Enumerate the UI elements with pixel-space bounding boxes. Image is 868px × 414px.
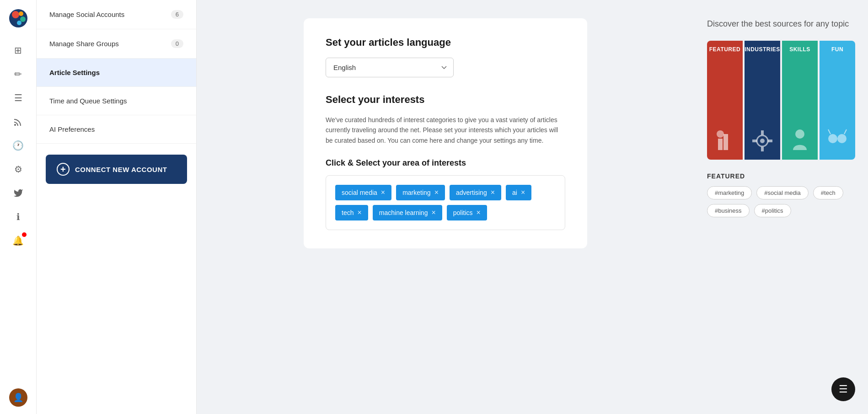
fab-menu-button[interactable]: ☰	[831, 377, 855, 401]
info-icon[interactable]: ℹ	[8, 207, 28, 227]
category-cards: FEATURED INDUSTRIES	[707, 41, 855, 160]
tag-close-icon[interactable]: ×	[477, 209, 481, 217]
avatar[interactable]: 👤	[9, 388, 27, 407]
tag-close-icon[interactable]: ×	[434, 188, 439, 197]
svg-rect-7	[723, 134, 728, 150]
tag-close-icon[interactable]: ×	[491, 188, 495, 197]
hashtag-business[interactable]: #business	[707, 204, 750, 217]
category-card-featured[interactable]: FEATURED	[707, 41, 743, 160]
nav-item-ai-preferences[interactable]: AI Preferences	[37, 115, 196, 144]
svg-point-4	[17, 21, 21, 25]
connect-new-account-button[interactable]: + CONNECT NEW ACCOUNT	[46, 155, 187, 184]
discover-title: Discover the best sources for any topic	[707, 18, 855, 30]
article-settings-card: Set your articles language English Frenc…	[304, 18, 587, 248]
fab-icon: ☰	[839, 383, 848, 395]
hashtags-grid: #marketing #social media #tech #business…	[707, 186, 855, 217]
svg-point-16	[828, 134, 837, 143]
nav-item-manage-share-groups[interactable]: Manage Share Groups 0	[37, 29, 196, 59]
category-label-fun: FUN	[820, 46, 855, 53]
main-content: Set your articles language English Frenc…	[197, 0, 694, 414]
language-section-title: Set your articles language	[326, 37, 565, 48]
svg-rect-6	[718, 139, 723, 150]
category-label-featured: FEATURED	[707, 46, 743, 53]
fun-card-icon	[820, 125, 855, 152]
svg-rect-13	[752, 140, 757, 142]
tag-close-icon[interactable]: ×	[381, 188, 385, 197]
plus-circle-icon: +	[57, 163, 70, 176]
click-select-label: Click & Select your area of interests	[326, 158, 565, 168]
industries-card-icon	[745, 125, 780, 152]
notifications-icon[interactable]: 🔔	[8, 231, 28, 251]
tag-close-icon[interactable]: ×	[431, 209, 435, 217]
tag-tech[interactable]: tech ×	[335, 205, 368, 220]
hashtag-tech[interactable]: #tech	[813, 186, 843, 199]
svg-rect-14	[768, 140, 772, 142]
app-logo[interactable]	[7, 7, 29, 29]
language-select[interactable]: English French Spanish German	[326, 58, 454, 77]
category-card-fun[interactable]: FUN	[820, 41, 855, 160]
tag-ai[interactable]: ai ×	[506, 185, 531, 200]
nav-item-manage-social-accounts[interactable]: Manage Social Accounts 6	[37, 0, 196, 29]
svg-point-1	[12, 11, 19, 18]
featured-card-icon	[707, 125, 743, 152]
nav-item-article-settings[interactable]: Article Settings	[37, 59, 196, 87]
rss-icon[interactable]	[8, 112, 28, 132]
svg-point-8	[717, 130, 724, 138]
hashtag-marketing[interactable]: #marketing	[707, 186, 752, 199]
settings-icon[interactable]: ⚙	[8, 159, 28, 179]
tag-machine-learning[interactable]: machine learning ×	[373, 205, 442, 220]
hashtag-social-media[interactable]: #social media	[756, 186, 809, 199]
compose-icon[interactable]: ✏	[8, 64, 28, 84]
tag-close-icon[interactable]: ×	[357, 209, 361, 217]
tag-advertising[interactable]: advertising ×	[450, 185, 501, 200]
svg-rect-11	[761, 130, 764, 135]
interests-description: We've curated hundreds of interest categ…	[326, 115, 565, 145]
svg-point-5	[14, 124, 16, 126]
tags-container: social media × marketing × advertising ×…	[326, 175, 565, 230]
category-card-industries[interactable]: INDUSTRIES	[745, 41, 780, 160]
svg-point-3	[20, 16, 26, 22]
tag-politics[interactable]: politics ×	[447, 205, 487, 220]
twitter-icon[interactable]	[8, 183, 28, 203]
category-label-industries: INDUSTRIES	[745, 46, 780, 53]
tag-close-icon[interactable]: ×	[521, 188, 525, 197]
tag-social-media[interactable]: social media ×	[335, 185, 391, 200]
interests-section-title: Select your interests	[326, 94, 565, 106]
left-nav-panel: Manage Social Accounts 6 Manage Share Gr…	[37, 0, 197, 414]
hashtag-politics[interactable]: #politics	[754, 204, 791, 217]
nav-item-time-queue-settings[interactable]: Time and Queue Settings	[37, 87, 196, 115]
svg-point-17	[837, 134, 847, 143]
tag-marketing[interactable]: marketing ×	[396, 185, 445, 200]
icon-sidebar: ⊞ ✏ ☰ 🕐 ⚙ ℹ 🔔 👤	[0, 0, 37, 414]
skills-card-icon	[782, 125, 818, 152]
svg-rect-12	[761, 147, 764, 151]
featured-section-label: FEATURED	[707, 172, 855, 180]
svg-point-15	[795, 129, 804, 139]
right-panel: Discover the best sources for any topic …	[694, 0, 868, 414]
category-card-skills[interactable]: SKILLS	[782, 41, 818, 160]
svg-point-10	[760, 139, 765, 143]
category-label-skills: SKILLS	[782, 46, 818, 53]
feed-icon[interactable]: ☰	[8, 88, 28, 108]
history-icon[interactable]: 🕐	[8, 135, 28, 156]
notification-badge	[22, 232, 27, 237]
dashboard-icon[interactable]: ⊞	[8, 40, 28, 60]
svg-point-2	[19, 11, 23, 16]
